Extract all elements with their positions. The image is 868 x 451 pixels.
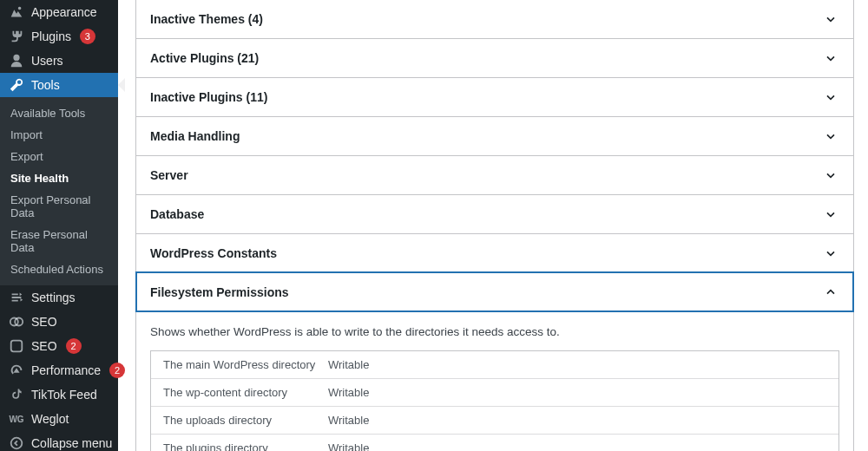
plugins-badge: 3 — [80, 29, 95, 44]
submenu-scheduled-actions[interactable]: Scheduled Actions — [0, 258, 118, 280]
section-title: Database — [150, 207, 204, 221]
chevron-down-icon — [822, 127, 839, 145]
perm-status: Writable — [328, 414, 826, 427]
section-filesystem-permissions[interactable]: Filesystem Permissions — [136, 272, 853, 311]
sidebar-collapse[interactable]: Collapse menu — [0, 431, 118, 451]
collapse-icon — [9, 435, 24, 451]
submenu-import[interactable]: Import — [0, 124, 118, 146]
sidebar-item-label: SEO — [31, 339, 57, 353]
submenu-site-health[interactable]: Site Health — [0, 167, 118, 189]
performance-icon — [9, 363, 24, 378]
site-health-content: Inactive Themes (4) Active Plugins (21) … — [118, 0, 868, 451]
chevron-down-icon — [822, 88, 839, 106]
submenu-export[interactable]: Export — [0, 146, 118, 167]
weglot-icon: WG — [9, 411, 24, 427]
table-row: The uploads directory Writable — [151, 406, 838, 434]
section-title: Inactive Plugins (11) — [150, 90, 267, 104]
table-row: The wp-content directory Writable — [151, 378, 838, 406]
filesystem-permissions-body: Shows whether WordPress is able to write… — [136, 311, 853, 451]
svg-rect-2 — [11, 341, 23, 352]
section-inactive-plugins[interactable]: Inactive Plugins (11) — [136, 77, 853, 116]
section-server[interactable]: Server — [136, 155, 853, 194]
section-title: Filesystem Permissions — [150, 285, 289, 299]
sidebar-item-seo[interactable]: SEO — [0, 310, 118, 334]
section-database[interactable]: Database — [136, 194, 853, 233]
sidebar-item-performance[interactable]: Performance 2 — [0, 358, 118, 382]
sidebar-item-label: Appearance — [31, 5, 97, 19]
sidebar-item-label: Tools — [31, 78, 60, 92]
sidebar-item-label: Performance — [31, 363, 101, 377]
sidebar-item-appearance[interactable]: Appearance — [0, 0, 118, 24]
section-title: Server — [150, 168, 188, 182]
submenu-erase-personal-data[interactable]: Erase Personal Data — [0, 224, 118, 258]
sidebar-item-label: Users — [31, 54, 63, 68]
perm-dir: The main WordPress directory — [163, 358, 328, 371]
chevron-up-icon — [822, 284, 839, 301]
sidebar-item-label: Settings — [31, 291, 76, 304]
section-title: WordPress Constants — [150, 246, 277, 260]
table-row: The plugins directory Writable — [151, 434, 838, 451]
section-active-plugins[interactable]: Active Plugins (21) — [136, 38, 853, 77]
perm-status: Writable — [328, 441, 826, 451]
perm-status: Writable — [328, 358, 826, 371]
section-title: Active Plugins (21) — [150, 51, 259, 65]
users-icon — [9, 53, 24, 69]
section-title: Media Handling — [150, 129, 240, 143]
sidebar-item-label: Collapse menu — [31, 436, 112, 450]
sidebar-item-settings[interactable]: Settings — [0, 285, 118, 310]
settings-icon — [9, 290, 24, 305]
sidebar-item-label: TikTok Feed — [31, 388, 97, 402]
chevron-down-icon — [822, 10, 839, 28]
perm-status: Writable — [328, 386, 826, 399]
tools-icon — [9, 77, 24, 93]
submenu-export-personal-data[interactable]: Export Personal Data — [0, 189, 118, 224]
section-inactive-themes[interactable]: Inactive Themes (4) — [136, 0, 853, 38]
sidebar-item-tiktok[interactable]: TikTok Feed — [0, 382, 118, 407]
admin-sidebar: Appearance Plugins 3 Users Tools Availab… — [0, 0, 118, 451]
submenu-available-tools[interactable]: Available Tools — [0, 102, 118, 124]
tiktok-icon — [9, 387, 24, 402]
sidebar-item-plugins[interactable]: Plugins 3 — [0, 24, 118, 49]
chevron-down-icon — [822, 49, 839, 67]
sidebar-item-label: SEO — [31, 315, 57, 329]
seo-icon — [9, 314, 24, 330]
chevron-down-icon — [822, 167, 839, 184]
site-health-accordion: Inactive Themes (4) Active Plugins (21) … — [135, 0, 854, 451]
section-wp-constants[interactable]: WordPress Constants — [136, 233, 853, 272]
seo2-icon — [9, 338, 24, 354]
sidebar-item-users[interactable]: Users — [0, 49, 118, 73]
appearance-icon — [9, 4, 24, 20]
svg-point-1 — [15, 318, 23, 326]
sidebar-item-weglot[interactable]: WG Weglot — [0, 407, 118, 431]
svg-point-3 — [11, 438, 23, 449]
seo-badge: 2 — [66, 338, 82, 354]
tools-submenu: Available Tools Import Export Site Healt… — [0, 97, 118, 285]
perm-dir: The uploads directory — [163, 414, 328, 427]
section-title: Inactive Themes (4) — [150, 12, 263, 26]
sidebar-item-label: Plugins — [31, 29, 71, 43]
table-row: The main WordPress directory Writable — [151, 351, 838, 378]
filesystem-permissions-table: The main WordPress directory Writable Th… — [150, 350, 839, 451]
perm-dir: The plugins directory — [163, 441, 328, 451]
sidebar-item-tools[interactable]: Tools — [0, 73, 118, 97]
sidebar-item-label: Weglot — [31, 412, 69, 426]
perm-dir: The wp-content directory — [163, 386, 328, 399]
section-media-handling[interactable]: Media Handling — [136, 116, 853, 155]
chevron-down-icon — [822, 245, 839, 262]
sidebar-item-seo-2[interactable]: SEO 2 — [0, 334, 118, 358]
section-description: Shows whether WordPress is able to write… — [150, 325, 839, 338]
plugins-icon — [9, 29, 24, 44]
chevron-down-icon — [822, 206, 839, 223]
